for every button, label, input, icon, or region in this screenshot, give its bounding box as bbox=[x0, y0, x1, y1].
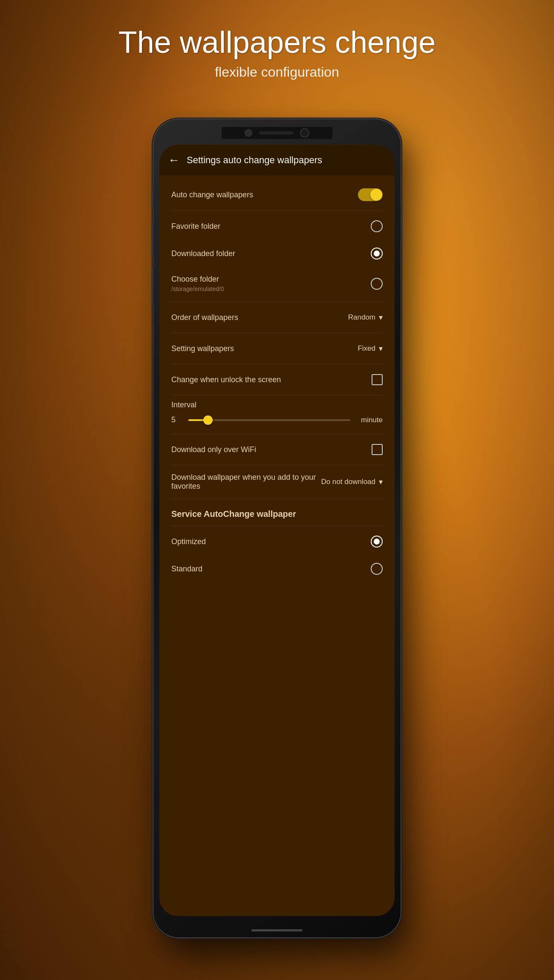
speaker bbox=[259, 131, 293, 135]
volume-up-button bbox=[151, 222, 153, 256]
choose-folder-radio[interactable] bbox=[371, 278, 383, 290]
slider-thumb[interactable] bbox=[203, 415, 213, 425]
power-button bbox=[401, 205, 403, 239]
divider-3 bbox=[171, 333, 383, 333]
mute-button bbox=[151, 187, 153, 209]
download-favorites-value: Do not download bbox=[321, 478, 375, 486]
setting-wallpapers-item: Setting wallpapers Fixed ▾ bbox=[159, 335, 395, 362]
phone-shell: ← Settings auto change wallpapers Auto c… bbox=[153, 119, 401, 937]
volume-down-button bbox=[151, 268, 153, 303]
download-favorites-arrow: ▾ bbox=[379, 477, 383, 487]
download-favorites-dropdown[interactable]: Do not download ▾ bbox=[321, 477, 383, 487]
standard-label: Standard bbox=[171, 565, 371, 574]
interval-value: 5 bbox=[171, 415, 182, 424]
front-sensor bbox=[300, 128, 309, 138]
divider-7 bbox=[171, 465, 383, 465]
slider-row: 5 minute bbox=[171, 415, 383, 424]
phone-notch bbox=[222, 127, 332, 139]
download-favorites-label: Download wallpaper when you add to your … bbox=[171, 473, 316, 491]
phone-screen: ← Settings auto change wallpapers Auto c… bbox=[159, 145, 395, 916]
order-wallpapers-arrow: ▾ bbox=[379, 313, 383, 322]
interval-section: Interval 5 minute bbox=[159, 397, 395, 432]
downloaded-folder-radio[interactable] bbox=[371, 248, 383, 259]
setting-wallpapers-value: Fixed bbox=[358, 344, 375, 353]
app-bar: ← Settings auto change wallpapers bbox=[159, 145, 395, 176]
downloaded-folder-item[interactable]: Downloaded folder bbox=[159, 240, 395, 267]
optimized-item[interactable]: Optimized bbox=[159, 528, 395, 555]
auto-change-label: Auto change wallpapers bbox=[171, 190, 358, 199]
divider-5 bbox=[171, 395, 383, 395]
favorite-folder-item[interactable]: Favorite folder bbox=[159, 213, 395, 240]
download-favorites-text: Download wallpaper when you add to your … bbox=[171, 473, 321, 491]
divider-2 bbox=[171, 302, 383, 302]
app-bar-title: Settings auto change wallpapers bbox=[187, 155, 322, 166]
interval-label: Interval bbox=[171, 401, 383, 409]
order-wallpapers-value: Random bbox=[348, 313, 375, 322]
divider-4 bbox=[171, 364, 383, 364]
optimized-label: Optimized bbox=[171, 537, 371, 546]
setting-wallpapers-label: Setting wallpapers bbox=[171, 344, 358, 353]
service-section-heading: Service AutoChange wallpaper bbox=[159, 501, 395, 524]
setting-wallpapers-arrow: ▾ bbox=[379, 344, 383, 353]
downloaded-folder-label: Downloaded folder bbox=[171, 249, 371, 258]
download-wifi-label: Download only over WiFi bbox=[171, 445, 372, 454]
interval-slider-track[interactable] bbox=[188, 419, 350, 421]
favorite-folder-label: Favorite folder bbox=[171, 222, 371, 231]
auto-change-toggle[interactable] bbox=[358, 188, 383, 201]
download-favorites-item: Download wallpaper when you add to your … bbox=[159, 467, 395, 497]
order-wallpapers-dropdown[interactable]: Random ▾ bbox=[348, 313, 383, 322]
optimized-radio[interactable] bbox=[371, 536, 383, 548]
settings-content: Auto change wallpapers Favorite folder D… bbox=[159, 176, 395, 916]
choose-folder-label: Choose folder bbox=[171, 275, 224, 284]
change-unlock-item: Change when unlock the screen bbox=[159, 366, 395, 393]
front-camera bbox=[245, 129, 252, 137]
download-wifi-checkbox[interactable] bbox=[372, 444, 383, 455]
divider-8 bbox=[171, 499, 383, 499]
change-unlock-checkbox[interactable] bbox=[372, 374, 383, 385]
header-section: The wallpapers chenge flexible configura… bbox=[0, 26, 554, 80]
setting-wallpapers-dropdown[interactable]: Fixed ▾ bbox=[358, 344, 383, 353]
choose-folder-item[interactable]: Choose folder /storage/emulated/0 bbox=[159, 267, 395, 300]
interval-unit: minute bbox=[357, 416, 383, 424]
main-subtitle: flexible configuration bbox=[0, 64, 554, 80]
order-wallpapers-item: Order of wallpapers Random ▾ bbox=[159, 304, 395, 331]
order-wallpapers-label: Order of wallpapers bbox=[171, 313, 348, 322]
standard-item[interactable]: Standard bbox=[159, 555, 395, 582]
main-title: The wallpapers chenge bbox=[0, 26, 554, 59]
home-indicator bbox=[251, 929, 303, 931]
change-unlock-label: Change when unlock the screen bbox=[171, 375, 372, 384]
divider-6 bbox=[171, 434, 383, 434]
divider-1 bbox=[171, 210, 383, 211]
standard-radio[interactable] bbox=[371, 563, 383, 575]
auto-change-item: Auto change wallpapers bbox=[159, 181, 395, 209]
choose-folder-path: /storage/emulated/0 bbox=[171, 285, 224, 292]
back-button[interactable]: ← bbox=[168, 153, 180, 167]
favorite-folder-radio[interactable] bbox=[371, 220, 383, 232]
download-wifi-item: Download only over WiFi bbox=[159, 436, 395, 463]
toggle-knob bbox=[370, 189, 382, 201]
divider-9 bbox=[171, 526, 383, 526]
phone-mockup: ← Settings auto change wallpapers Auto c… bbox=[153, 119, 401, 937]
